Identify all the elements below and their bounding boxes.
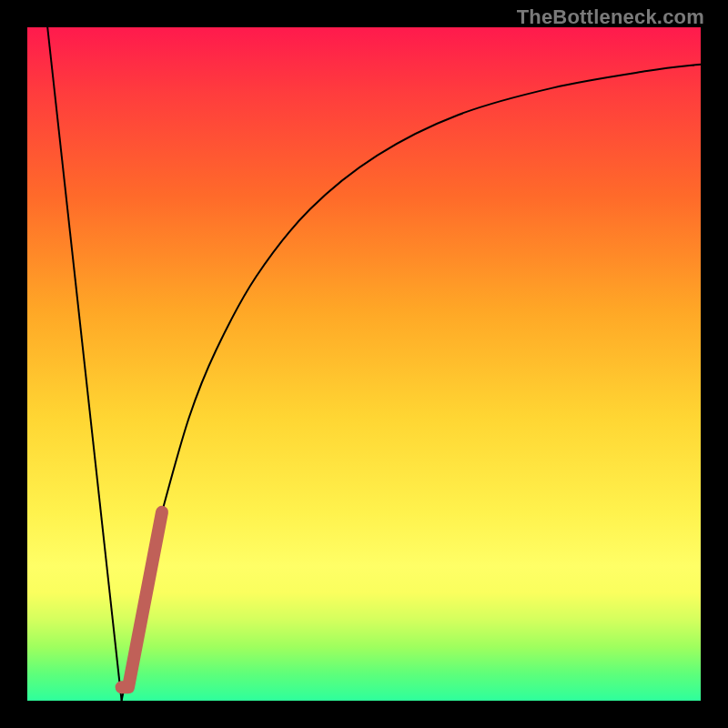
series-highlight-segment <box>122 512 162 687</box>
series-falling-line <box>47 27 121 701</box>
chart-svg <box>27 27 701 701</box>
watermark-text: TheBottleneck.com <box>517 5 704 29</box>
chart-frame: TheBottleneck.com <box>0 0 728 728</box>
series-rising-curve <box>122 65 701 701</box>
